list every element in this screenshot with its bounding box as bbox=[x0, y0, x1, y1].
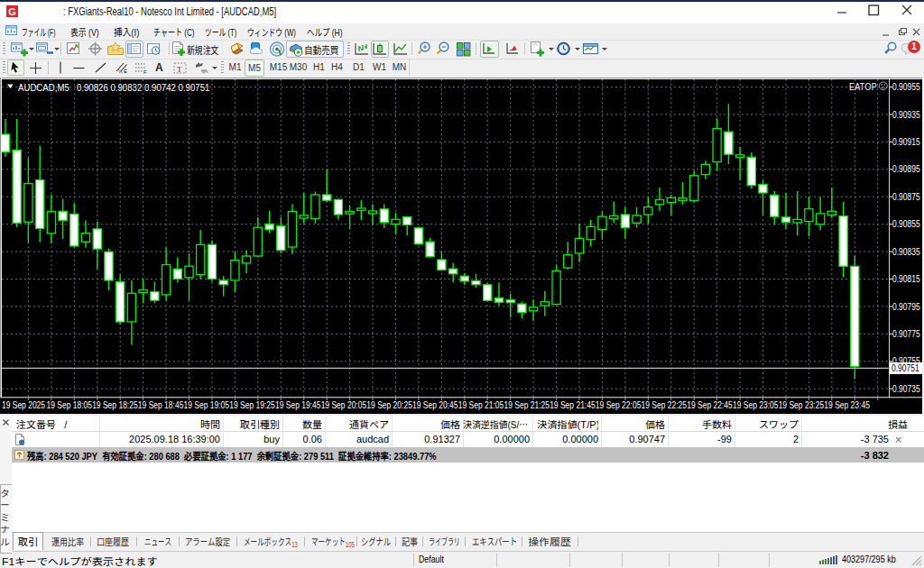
svg-text:0.90795: 0.90795 bbox=[892, 302, 920, 312]
svg-text:0.90895: 0.90895 bbox=[892, 165, 920, 175]
svg-text:19 Sep 19:05: 19 Sep 19:05 bbox=[184, 400, 230, 410]
svg-text:19 Sep 20:45: 19 Sep 20:45 bbox=[412, 400, 458, 410]
svg-text:0.90915: 0.90915 bbox=[892, 137, 920, 147]
svg-text:19 Sep 21:05: 19 Sep 21:05 bbox=[458, 400, 504, 410]
svg-text:19 Sep 21:25: 19 Sep 21:25 bbox=[504, 400, 550, 410]
svg-text:0.90735: 0.90735 bbox=[892, 384, 920, 394]
svg-text:1: 1 bbox=[911, 41, 917, 51]
svg-text:19 Sep 21:45: 19 Sep 21:45 bbox=[550, 400, 596, 410]
svg-text:19 Sep 22:45: 19 Sep 22:45 bbox=[687, 400, 733, 410]
svg-text:19 Sep 23:25: 19 Sep 23:25 bbox=[779, 400, 825, 410]
svg-text:19 Sep 18:05: 19 Sep 18:05 bbox=[46, 400, 92, 410]
svg-text:0.90955: 0.90955 bbox=[892, 82, 920, 92]
svg-text:0.90875: 0.90875 bbox=[892, 192, 920, 202]
svg-text:19 Sep 22:25: 19 Sep 22:25 bbox=[642, 400, 688, 410]
svg-text:19 Sep 20:25: 19 Sep 20:25 bbox=[366, 400, 412, 410]
svg-text:19 Sep 19:45: 19 Sep 19:45 bbox=[275, 400, 321, 410]
svg-text:19 Sep 20:05: 19 Sep 20:05 bbox=[321, 400, 367, 410]
svg-text:0.90751: 0.90751 bbox=[892, 364, 919, 374]
svg-text:19 Sep 23:05: 19 Sep 23:05 bbox=[733, 400, 779, 410]
svg-text:E: E bbox=[124, 69, 127, 74]
svg-text:0.90775: 0.90775 bbox=[892, 329, 920, 339]
svg-text:AUDCAD,M5 0.90826 0.90832 0.: AUDCAD,M5 0.90826 0.90832 0.90742 0.9075… bbox=[18, 82, 210, 92]
svg-text:T: T bbox=[177, 65, 182, 74]
svg-text:19 Sep 19:25: 19 Sep 19:25 bbox=[229, 400, 275, 410]
svg-text:19 Sep 18:45: 19 Sep 18:45 bbox=[138, 400, 184, 410]
svg-text:EATOP: EATOP bbox=[849, 82, 877, 93]
svg-text:0.90935: 0.90935 bbox=[892, 110, 920, 120]
svg-text:19 Sep 2025: 19 Sep 2025 bbox=[2, 400, 45, 410]
svg-text:0.90855: 0.90855 bbox=[892, 220, 920, 230]
svg-text:19 Sep 23:45: 19 Sep 23:45 bbox=[824, 400, 870, 410]
svg-text:0.90815: 0.90815 bbox=[892, 274, 920, 284]
svg-text:F: F bbox=[143, 69, 147, 75]
svg-text:19 Sep 22:05: 19 Sep 22:05 bbox=[596, 400, 642, 410]
svg-text:0.90835: 0.90835 bbox=[892, 247, 920, 257]
svg-text:19 Sep 18:25: 19 Sep 18:25 bbox=[92, 400, 138, 410]
